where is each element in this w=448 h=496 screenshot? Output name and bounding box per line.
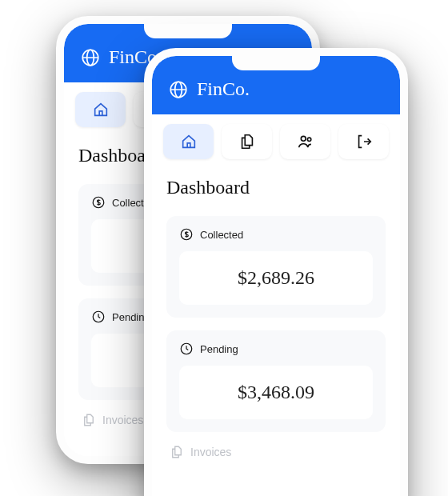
pending-value: $3,468.09 [179, 366, 373, 419]
nav-home[interactable] [163, 124, 214, 159]
brand-name: FinCo. [197, 78, 250, 100]
phone-notch [144, 24, 232, 38]
collected-card: Collected $2,689.26 [166, 216, 386, 318]
nav-bar [152, 114, 400, 169]
pending-card: Pending $3,468.09 [166, 330, 386, 432]
invoices-icon [170, 445, 184, 459]
clock-icon [91, 310, 106, 324]
invoices-label: Invoices [190, 446, 231, 458]
collected-label: Collected [200, 229, 243, 241]
home-icon [92, 101, 110, 118]
phone-mockup-front: FinCo. [144, 48, 408, 496]
screen: FinCo. [152, 56, 400, 496]
home-icon [180, 133, 198, 150]
collected-value: $2,689.26 [179, 251, 373, 305]
globe-icon [168, 79, 189, 100]
svg-point-10 [301, 136, 306, 141]
customers-icon [297, 133, 314, 150]
invoices-section-head: Invoices [166, 445, 386, 459]
clock-icon [179, 342, 194, 356]
invoices-icon [82, 413, 96, 427]
invoices-label: Invoices [102, 414, 143, 426]
dollar-circle-icon [91, 195, 106, 210]
dollar-circle-icon [179, 227, 194, 242]
pending-card-head: Pending [179, 342, 373, 356]
logout-icon [355, 133, 373, 150]
content: Dashboard Collected $2,689.26 [152, 169, 400, 474]
pending-label: Pending [200, 343, 238, 355]
globe-icon [80, 47, 101, 68]
nav-logout[interactable] [338, 124, 389, 159]
page-title: Dashboard [166, 177, 386, 198]
collected-card-head: Collected [179, 227, 373, 242]
phone-notch [232, 56, 320, 70]
nav-documents[interactable] [222, 124, 272, 159]
documents-icon [238, 133, 256, 150]
nav-home[interactable] [75, 92, 126, 127]
nav-customers[interactable] [280, 124, 330, 159]
svg-point-11 [307, 138, 310, 141]
